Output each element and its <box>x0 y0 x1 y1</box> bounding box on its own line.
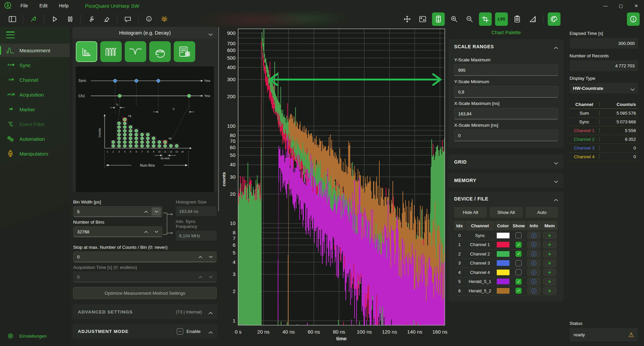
ruler-icon[interactable] <box>527 13 538 25</box>
log-scale-button[interactable]: LOG <box>495 12 508 26</box>
info-button[interactable] <box>627 12 640 26</box>
mem-add-button[interactable] <box>543 250 556 257</box>
close-button[interactable]: ✕ <box>629 0 644 11</box>
countrate-row: Sync5 073 668 <box>570 118 638 126</box>
increment-icon[interactable] <box>196 253 205 261</box>
pause-icon[interactable] <box>64 13 76 25</box>
info-button[interactable] <box>527 287 541 294</box>
sidebar-item-sync[interactable]: SYN Sync <box>0 58 70 72</box>
sidebar-item-manipulators[interactable]: M Manipulators <box>0 147 70 160</box>
num-bins-stepper[interactable]: 32768 <box>73 226 162 237</box>
color-swatch[interactable] <box>497 288 509 294</box>
scale-ranges-header[interactable]: SCALE RANGES <box>449 39 564 54</box>
sidebar-item-settings[interactable]: Einstellungen <box>0 329 70 343</box>
mem-add-button[interactable] <box>543 241 556 248</box>
color-swatch[interactable] <box>497 251 509 257</box>
warning-icon[interactable] <box>628 331 634 339</box>
increment-icon[interactable] <box>141 228 151 236</box>
mem-add-button[interactable] <box>543 232 556 239</box>
show-checkbox[interactable] <box>516 288 522 294</box>
show-checkbox[interactable] <box>516 232 522 238</box>
hamburger-menu-icon[interactable] <box>6 32 15 38</box>
sidebar-item-automation[interactable]: Automation <box>0 132 70 146</box>
color-swatch[interactable] <box>497 260 509 266</box>
maximize-button[interactable]: ▢ <box>613 0 629 11</box>
fit-view-icon[interactable] <box>417 13 428 25</box>
zoom-out-icon[interactable] <box>464 13 475 25</box>
mode-raw-button[interactable]: RAW <box>149 41 171 62</box>
optimize-settings-button[interactable]: Optimize Measurement Method Settings <box>73 287 217 299</box>
start-icon[interactable] <box>49 13 60 25</box>
show-checkbox[interactable] <box>516 251 522 257</box>
menu-file[interactable]: File <box>15 0 34 11</box>
gears-icon <box>6 135 15 142</box>
decrement-icon[interactable] <box>152 208 161 216</box>
increment-icon[interactable] <box>141 208 151 216</box>
panel-scrollbar[interactable] <box>218 27 219 211</box>
mode-timetrace-button[interactable] <box>100 41 122 62</box>
sidebar-item-measurement[interactable]: Measurement <box>0 44 70 57</box>
info-button[interactable] <box>527 250 541 257</box>
info-button[interactable] <box>527 232 541 239</box>
sidebar-item-channel[interactable]: CH Channel <box>0 73 70 86</box>
mode-histogram-button[interactable] <box>76 41 97 62</box>
sidebar-item-marker[interactable]: M Marker <box>0 103 70 116</box>
show-all-button[interactable]: Show All <box>490 207 522 218</box>
info-button[interactable] <box>527 241 541 248</box>
bin-width-stepper[interactable]: 5 <box>73 206 162 217</box>
color-swatch[interactable] <box>497 233 509 238</box>
memory-section-header[interactable]: MEMORY <box>449 173 564 188</box>
wrench-icon[interactable] <box>86 13 97 25</box>
hide-all-button[interactable]: Hide All <box>454 207 487 218</box>
advanced-settings-header[interactable]: ADVANCED SETTINGS (T3 | Internal) <box>72 304 217 319</box>
color-swatch[interactable] <box>497 279 509 284</box>
display-type-dropdown[interactable]: HW-Countrate <box>570 83 638 94</box>
mode-antibunching-button[interactable] <box>125 41 146 62</box>
show-checkbox[interactable] <box>516 269 522 275</box>
enable-checkbox[interactable] <box>177 328 183 335</box>
separator <box>80 15 81 23</box>
x-scale-max-input[interactable]: 163,84 <box>454 108 558 119</box>
show-checkbox[interactable] <box>516 260 522 266</box>
decrement-icon[interactable] <box>206 253 215 261</box>
mem-add-button[interactable] <box>543 278 556 285</box>
crop-range-button[interactable] <box>479 12 492 26</box>
pan-icon[interactable] <box>401 13 413 25</box>
sidebar-item-acquisition[interactable]: ACQ Acquisition <box>0 88 70 101</box>
fit-vertical-button[interactable] <box>432 12 445 26</box>
color-swatch[interactable] <box>497 242 509 247</box>
show-checkbox[interactable] <box>516 242 522 248</box>
zoom-in-icon[interactable] <box>448 13 460 25</box>
sidebar-toggle-icon[interactable] <box>7 13 18 25</box>
info-button[interactable] <box>527 260 541 267</box>
report-icon[interactable] <box>512 13 523 25</box>
decay-chart[interactable]: counts 900700600500400300200100807060504… <box>219 27 449 346</box>
connect-device-icon[interactable] <box>28 13 39 25</box>
grid-section-header[interactable]: GRID <box>449 155 564 169</box>
info-button[interactable] <box>527 269 541 276</box>
eraser-icon[interactable] <box>101 13 112 25</box>
mode-report-button[interactable] <box>174 41 195 62</box>
debug-bug-icon[interactable] <box>159 13 170 25</box>
menu-help[interactable]: Help <box>53 0 74 11</box>
adjustment-mode-header[interactable]: ADJUSTMENT MODE Enable <box>72 324 217 339</box>
comment-icon[interactable] <box>122 13 133 25</box>
device-file-header[interactable]: DEVICE / FILE <box>449 191 564 206</box>
mem-add-button[interactable] <box>543 260 556 267</box>
minimize-button[interactable]: — <box>598 0 613 11</box>
mem-add-button[interactable] <box>543 269 556 276</box>
info-button[interactable] <box>527 278 541 285</box>
auto-button[interactable]: Auto <box>526 207 558 218</box>
chart-palette-button[interactable] <box>548 12 560 26</box>
hints-icon[interactable] <box>143 13 155 25</box>
y-scale-max-input[interactable]: 995 <box>454 64 558 76</box>
y-scale-min-input[interactable]: 0,9 <box>454 86 558 98</box>
x-scale-min-input[interactable]: 0 <box>454 130 558 141</box>
stop-at-max-stepper[interactable]: 0 <box>73 251 217 262</box>
color-swatch[interactable] <box>497 270 509 275</box>
mem-add-button[interactable] <box>543 287 556 294</box>
measurement-mode-dropdown[interactable]: Histogram (e.g. Decay) <box>72 27 217 38</box>
menu-edit[interactable]: Edit <box>34 0 53 11</box>
decrement-icon[interactable] <box>152 228 161 236</box>
show-checkbox[interactable] <box>516 279 522 285</box>
